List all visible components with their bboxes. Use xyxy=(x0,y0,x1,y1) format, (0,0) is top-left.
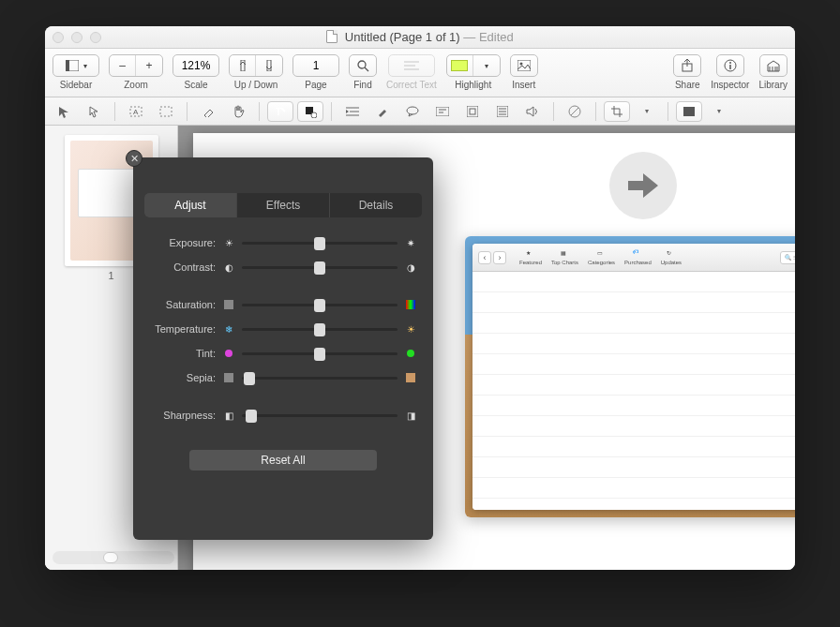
page-up-button[interactable] xyxy=(230,55,256,76)
highlight-text-tool[interactable]: T xyxy=(267,101,293,122)
find-button[interactable] xyxy=(350,55,376,76)
insert-button[interactable] xyxy=(511,55,537,76)
page-input[interactable] xyxy=(295,59,337,72)
svg-point-14 xyxy=(729,62,731,64)
sharpness-slider[interactable] xyxy=(242,414,398,417)
svg-rect-22 xyxy=(160,107,172,116)
svg-point-10 xyxy=(519,63,522,66)
svg-point-4 xyxy=(358,61,366,68)
titlebar: Untitled (Page 1 of 1) — Edited xyxy=(45,26,795,49)
insert-group: Insert xyxy=(510,54,538,90)
tab-details[interactable]: Details xyxy=(330,193,422,217)
svg-line-40 xyxy=(571,108,578,115)
form-list-tool[interactable] xyxy=(489,101,516,122)
appstore-tab: ▦Top Charts xyxy=(551,249,578,265)
appstore-tab: ▭Categories xyxy=(588,249,615,265)
minimize-window-button[interactable] xyxy=(71,32,82,43)
crop-menu[interactable]: ▾ xyxy=(634,101,660,122)
appstore-tab: ★Featured xyxy=(519,249,542,265)
tab-icon: ↻ xyxy=(667,249,676,259)
share-group: Share xyxy=(673,54,701,90)
tab-icon: ★ xyxy=(526,249,535,259)
sepia-on-icon xyxy=(405,372,416,383)
crop-tool[interactable] xyxy=(604,101,630,122)
text-tool[interactable]: A xyxy=(123,101,149,122)
scrollbar-thumb[interactable] xyxy=(103,552,118,563)
tint-slider[interactable] xyxy=(242,352,398,355)
exposure-slider[interactable] xyxy=(242,242,398,245)
find-label: Find xyxy=(353,80,371,90)
correct-group: Correct Text xyxy=(386,54,437,90)
hand-tool[interactable] xyxy=(225,101,251,122)
nav-fwd-icon: › xyxy=(493,251,506,264)
highlight-swatch-icon xyxy=(451,60,468,71)
marker-tool[interactable] xyxy=(369,101,396,122)
gray-swatch-icon xyxy=(223,299,234,310)
tab-adjust[interactable]: Adjust xyxy=(144,193,237,217)
arrow-down-icon xyxy=(262,58,277,73)
embedded-appstore-image: ‹ › ★Featured▦Top Charts▭Categories🏷Purc… xyxy=(465,236,795,517)
chevron-down-icon: ▾ xyxy=(83,62,87,70)
inspector-button[interactable] xyxy=(717,55,743,76)
comment-tool[interactable] xyxy=(399,101,426,122)
zoom-in-button[interactable]: + xyxy=(136,55,162,76)
text-select-tool[interactable] xyxy=(81,101,107,122)
edited-badge: — Edited xyxy=(460,30,514,44)
cool-icon: ❄ xyxy=(223,323,234,335)
form-checkbox-tool[interactable] xyxy=(459,101,486,122)
svg-point-29 xyxy=(407,107,418,114)
app-row: INSTALL xyxy=(472,375,795,396)
inspector-label: Inspector xyxy=(711,80,749,90)
tint-slider-row: Tint: xyxy=(150,341,416,366)
contrast-slider[interactable] xyxy=(242,266,398,269)
edit-tool[interactable] xyxy=(51,101,77,122)
share-label: Share xyxy=(675,80,700,90)
traffic-lights xyxy=(52,32,101,43)
svg-rect-34 xyxy=(470,109,475,114)
reset-all-button[interactable]: Reset All xyxy=(189,450,377,470)
highlight-menu-button[interactable]: ▾ xyxy=(473,55,500,76)
library-button[interactable] xyxy=(760,55,787,76)
prohibit-tool[interactable] xyxy=(562,101,588,122)
updown-group: Up / Down xyxy=(229,54,283,90)
inspector-group: Inspector xyxy=(711,54,749,90)
appstore-list: OPENUPDATEUPDATEUPDATEUPDATEINSTALLINSTA… xyxy=(472,272,795,510)
page-group: Page xyxy=(292,54,339,90)
close-panel-button[interactable]: ✕ xyxy=(126,150,142,167)
zoom-out-button[interactable]: – xyxy=(110,55,136,76)
eraser-tool[interactable] xyxy=(195,101,221,122)
temperature-slider-row: Temperature: ❄ ☀ xyxy=(150,317,416,341)
indent-tool[interactable] xyxy=(339,101,366,122)
form-text-tool[interactable] xyxy=(429,101,456,122)
app-row: UPDATE xyxy=(472,313,795,334)
zoom-window-button[interactable] xyxy=(90,32,101,43)
redact-menu[interactable]: ▾ xyxy=(706,101,732,122)
tab-label: Purchased xyxy=(624,260,652,265)
select-area-tool[interactable] xyxy=(153,101,179,122)
scale-input[interactable] xyxy=(175,59,217,72)
saturation-slider[interactable] xyxy=(242,304,398,306)
svg-rect-2 xyxy=(241,60,245,71)
remove-highlight-tool[interactable] xyxy=(297,101,323,122)
svg-rect-33 xyxy=(467,106,478,117)
temperature-slider[interactable] xyxy=(242,328,398,331)
adjust-tabs: Adjust Effects Details xyxy=(144,193,422,217)
appstore-tab: 🏷Purchased xyxy=(624,249,652,265)
sun-dim-icon: ☀ xyxy=(223,237,234,248)
sepia-slider[interactable] xyxy=(242,377,398,380)
close-window-button[interactable] xyxy=(52,32,64,43)
highlight-button[interactable] xyxy=(447,55,473,76)
sun-bright-icon: ✷ xyxy=(405,237,416,248)
arrow-graphic xyxy=(609,152,677,219)
horizontal-scrollbar[interactable] xyxy=(52,551,174,564)
page-down-button[interactable] xyxy=(256,55,282,76)
sound-tool[interactable] xyxy=(519,101,546,122)
sidebar-button[interactable]: ▾ xyxy=(52,54,99,77)
app-row: OPEN xyxy=(472,416,795,437)
share-button[interactable] xyxy=(674,55,700,76)
redact-tool[interactable] xyxy=(676,101,702,122)
info-icon xyxy=(723,58,738,73)
temperature-label: Temperature: xyxy=(150,323,216,335)
correct-label: Correct Text xyxy=(386,80,437,90)
tab-effects[interactable]: Effects xyxy=(237,193,330,217)
